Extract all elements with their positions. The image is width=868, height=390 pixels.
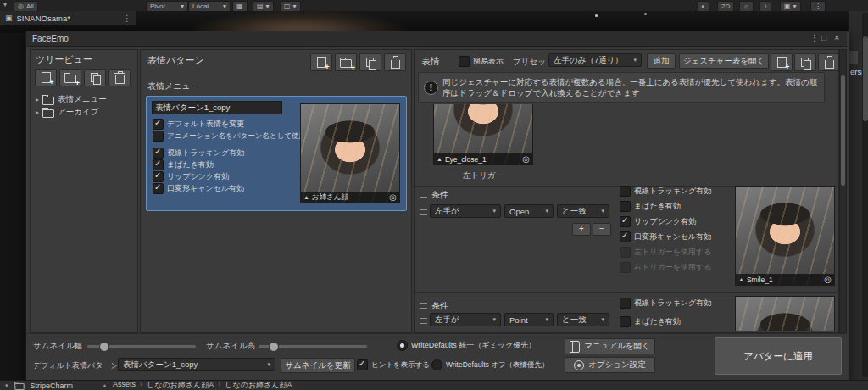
option-blink[interactable]: まばたき有効: [153, 159, 214, 170]
gesture-dropdown[interactable]: Open ▾: [504, 204, 554, 218]
expression-thumbnail-eye-close[interactable]: ▲ Eye_close_1 ◎: [433, 104, 533, 165]
thumbnail-width-slider[interactable]: [87, 345, 196, 348]
writedefaults-unify-radio[interactable]: WriteDefaults 統一（ギミック優先）: [397, 340, 536, 351]
hierarchy-tab[interactable]: ▣ SINANOsama* ⋮: [0, 11, 137, 25]
update-thumbnails-button[interactable]: サムネイルを更新: [281, 358, 355, 373]
slider-knob[interactable]: [99, 342, 109, 352]
checkbox[interactable]: [620, 316, 631, 327]
caret-right-icon[interactable]: ▸: [36, 96, 39, 103]
preset-dropdown[interactable]: 左手のみ（7通り） ▾: [548, 53, 642, 67]
copy-pattern-button[interactable]: [359, 53, 381, 71]
project-item-label[interactable]: StripeCharm: [31, 382, 74, 390]
new-folder-icon: [64, 75, 76, 83]
tab-menu-icon[interactable]: ⋮: [123, 14, 131, 23]
remove-condition-button[interactable]: −: [593, 223, 611, 236]
option-change-default-face[interactable]: デフォルト表情を変更: [153, 119, 244, 130]
project-caret-icon[interactable]: ▾: [5, 382, 8, 389]
copy-expression-button[interactable]: [794, 53, 816, 71]
pattern-card-selected[interactable]: デフォルト表情を変更 アニメーション名をパターン名として使用 視線トラッキング有…: [146, 96, 407, 211]
window-menu-icon[interactable]: ⋮: [810, 33, 819, 42]
option-blink[interactable]: まばたき有効: [620, 201, 681, 212]
simple-view-toggle[interactable]: 簡易表示: [459, 56, 504, 67]
mode-2d-label: 2D: [721, 3, 730, 10]
add-preset-button[interactable]: 追加: [647, 53, 676, 69]
target-icon[interactable]: ◎: [824, 275, 832, 284]
editor-vertical-scrollbar[interactable]: [862, 13, 868, 377]
new-pattern-button[interactable]: [310, 53, 332, 71]
window-titlebar[interactable]: FaceEmo ⋮ □ ×: [26, 31, 847, 47]
new-item-button[interactable]: [35, 69, 57, 86]
delete-expression-button[interactable]: [818, 53, 839, 71]
match-dropdown[interactable]: と一致 ▾: [557, 204, 609, 218]
checkbox[interactable]: [153, 171, 164, 182]
hand-dropdown[interactable]: 左手が ▾: [430, 204, 501, 218]
option-mouth-cancel[interactable]: 口変形キャンセル有効: [620, 231, 711, 242]
hand-dropdown[interactable]: 左手が ▾: [430, 313, 501, 326]
drag-handle-icon[interactable]: [420, 318, 427, 324]
option-eye-tracking[interactable]: 視線トラッキング有効: [620, 298, 711, 309]
asset-up-icon[interactable]: ▲: [102, 382, 108, 388]
drag-handle-icon[interactable]: [420, 209, 427, 215]
new-expression-button[interactable]: [771, 53, 793, 71]
checkbox[interactable]: [620, 186, 631, 197]
option-mouth-cancel[interactable]: 口変形キャンセル有効: [153, 183, 244, 194]
close-icon[interactable]: ×: [834, 32, 839, 42]
pattern-thumbnail[interactable]: ▲ お姉さん顔 ◎: [300, 103, 400, 203]
option-blink[interactable]: まばたき有効: [620, 316, 681, 327]
delete-pattern-button[interactable]: [384, 53, 406, 71]
open-manual-button[interactable]: マニュアルを開く: [565, 338, 655, 354]
maximize-icon[interactable]: □: [821, 33, 826, 42]
apply-to-avatar-button[interactable]: アバターに適用: [715, 337, 842, 375]
radio[interactable]: [431, 359, 442, 370]
option-eye-tracking[interactable]: 視線トラッキング有効: [153, 148, 244, 159]
option-lipsync[interactable]: リップシンク有効: [620, 216, 696, 227]
checkbox[interactable]: [153, 119, 164, 130]
target-icon[interactable]: ◎: [389, 192, 397, 202]
checkbox[interactable]: [620, 231, 631, 242]
show-hints-toggle[interactable]: ヒントを表示する: [357, 359, 430, 370]
option-eye-tracking[interactable]: 視線トラッキング有効: [620, 186, 711, 197]
toolbar-caret-icon[interactable]: ▾: [3, 1, 7, 8]
open-gesture-table-button[interactable]: ジェスチャー表を開く: [679, 53, 769, 69]
checkbox[interactable]: [357, 359, 368, 370]
new-group-button[interactable]: [335, 53, 357, 71]
checkbox[interactable]: [153, 131, 164, 142]
expression-scroll-area[interactable]: ▲ Eye_close_1 ◎ 左トリガー 条件 左手が ▾ Open ▾ と一…: [415, 104, 837, 331]
option-use-animation-name[interactable]: アニメーション名をパターン名として使用: [153, 131, 306, 142]
drag-handle-icon[interactable]: [420, 303, 427, 309]
option-lipsync[interactable]: リップシンク有効: [153, 171, 229, 182]
scrollbar-thumb[interactable]: [841, 75, 845, 186]
checkbox[interactable]: [153, 159, 164, 170]
pattern-name-input[interactable]: [152, 101, 282, 114]
default-pattern-dropdown[interactable]: 表情パターン1_copy ▾: [118, 358, 275, 371]
thumbnail-height-slider[interactable]: [259, 345, 367, 348]
breadcrumb-item[interactable]: しなのお姉さん顔A: [147, 380, 214, 390]
caret-right-icon[interactable]: ▸: [36, 109, 39, 116]
checkbox[interactable]: [620, 298, 631, 309]
match-dropdown[interactable]: と一致 ▾: [557, 313, 609, 326]
target-icon[interactable]: ◎: [522, 154, 530, 164]
checkbox[interactable]: [620, 201, 631, 212]
checkbox[interactable]: [620, 216, 631, 227]
scrollbar-thumb[interactable]: [863, 36, 868, 121]
breadcrumb-item[interactable]: しなのお姉さん顔A: [225, 380, 292, 390]
option-settings-button[interactable]: オプション設定: [565, 357, 655, 373]
delete-button[interactable]: [108, 69, 131, 86]
expression-thumbnail-partial[interactable]: [735, 296, 835, 331]
copy-button[interactable]: [84, 69, 106, 86]
breadcrumb-item[interactable]: Assets: [113, 380, 136, 390]
tree-item-archive[interactable]: ▸ アーカイブ: [36, 107, 98, 118]
new-folder-button[interactable]: [59, 69, 81, 86]
checkbox[interactable]: [153, 148, 164, 159]
slider-knob[interactable]: [269, 342, 279, 352]
add-condition-button[interactable]: +: [572, 223, 591, 236]
expression-scrollbar[interactable]: [839, 49, 847, 333]
tree-item-expression-menu[interactable]: ▸ 表情メニュー: [36, 94, 107, 105]
expression-thumbnail-smile[interactable]: ▲ Smile_1 ◎: [735, 186, 835, 286]
drag-handle-icon[interactable]: [420, 192, 427, 198]
gesture-dropdown[interactable]: Point ▾: [504, 313, 554, 326]
checkbox[interactable]: [153, 183, 164, 194]
writedefaults-off-radio[interactable]: WriteDefaults オフ（表情優先）: [431, 359, 549, 370]
radio[interactable]: [397, 340, 408, 351]
checkbox[interactable]: [459, 56, 470, 67]
